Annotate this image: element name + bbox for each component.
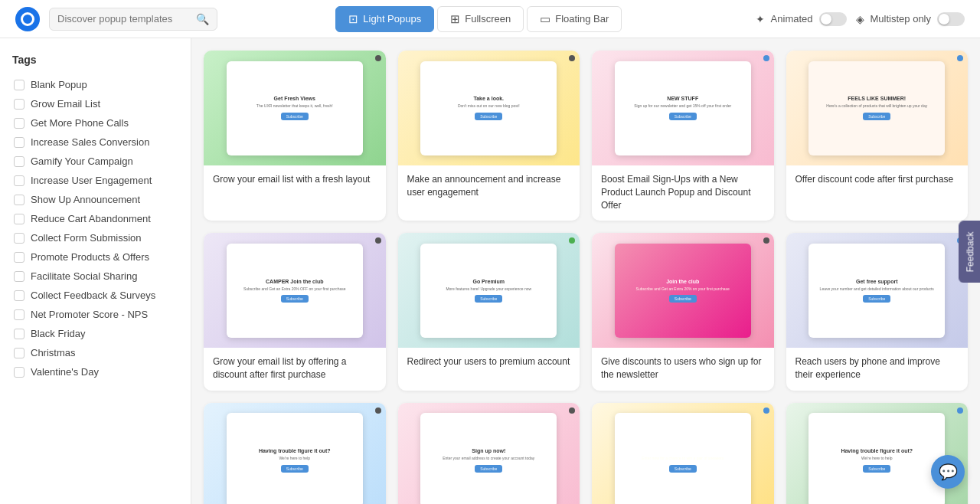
tag-item-valentines[interactable]: Valentine's Day xyxy=(12,362,178,381)
header-nav: ⊡ Light Popups ⊞ Fullscreen ▭ Floating B… xyxy=(335,6,622,32)
card-label-5: Grow your email list by offering a disco… xyxy=(204,348,386,391)
tag-checkbox-valentines[interactable] xyxy=(14,367,24,378)
card-thumbnail-9: Having trouble figure it out? We're here… xyxy=(204,403,386,504)
mock-button-7: Subscribe xyxy=(669,295,697,303)
tag-label-social-sharing: Facilitate Social Sharing xyxy=(31,270,137,282)
mock-title-1: Get Fresh Views xyxy=(274,96,315,101)
card-dot-11 xyxy=(763,407,769,414)
tag-item-form-submission[interactable]: Collect Form Submission xyxy=(12,228,178,247)
tag-label-black-friday: Black Friday xyxy=(31,328,86,339)
template-card-8[interactable]: Get free support Leave your number and g… xyxy=(786,233,969,391)
tag-item-show-up[interactable]: Show Up Announcement xyxy=(12,190,178,209)
mock-title-11: Win Sneakers Right Now! xyxy=(650,448,715,453)
card-dot-6 xyxy=(569,237,575,244)
mock-button-4: Subscribe xyxy=(863,113,890,120)
tag-label-sales-conversion: Increase Sales Conversion xyxy=(31,136,149,148)
template-card-1[interactable]: Get Fresh Views The UXR newsletter that … xyxy=(204,51,386,221)
tag-item-promote-products[interactable]: Promote Products & Offers xyxy=(12,247,178,267)
tag-item-nps[interactable]: Net Promoter Score - NPS xyxy=(12,305,178,324)
tag-item-cart-abandonment[interactable]: Reduce Cart Abandonment xyxy=(12,209,178,228)
tag-checkbox-user-engagement[interactable] xyxy=(14,175,24,186)
floating-bar-button[interactable]: ▭ Floating Bar xyxy=(527,6,622,32)
tag-label-gamify: Gamify Your Campaign xyxy=(31,155,133,167)
tag-checkbox-phone-calls[interactable] xyxy=(14,118,24,129)
template-card-12[interactable]: Having trouble figure it out? We're here… xyxy=(786,403,969,504)
header: 🔍 ⊡ Light Popups ⊞ Fullscreen ▭ Floating… xyxy=(0,0,980,38)
tag-item-sales-conversion[interactable]: Increase Sales Conversion xyxy=(12,133,178,152)
tag-checkbox-nps[interactable] xyxy=(14,309,24,320)
mock-button-6: Subscribe xyxy=(475,295,502,303)
tag-item-gamify[interactable]: Gamify Your Campaign xyxy=(12,152,178,171)
tag-label-feedback-surveys: Collect Feedback & Surveys xyxy=(31,290,155,301)
tag-checkbox-social-sharing[interactable] xyxy=(14,271,24,282)
tag-checkbox-form-submission[interactable] xyxy=(14,233,24,244)
tag-item-feedback-surveys[interactable]: Collect Feedback & Surveys xyxy=(12,286,178,305)
card-dot-5 xyxy=(375,237,381,244)
template-card-9[interactable]: Having trouble figure it out? We're here… xyxy=(204,403,386,504)
card-dot-7 xyxy=(763,237,769,244)
tag-checkbox-promote-products[interactable] xyxy=(14,252,24,263)
card-thumbnail-12: Having trouble figure it out? We're here… xyxy=(786,403,969,504)
mock-title-10: Sign up now! xyxy=(472,448,505,453)
tag-label-promote-products: Promote Products & Offers xyxy=(31,251,149,263)
tag-checkbox-blank-popup[interactable] xyxy=(14,80,24,90)
template-card-6[interactable]: Go Premium More features here! Upgrade y… xyxy=(398,233,580,391)
tag-checkbox-black-friday[interactable] xyxy=(14,329,24,339)
tag-item-christmas[interactable]: Christmas xyxy=(12,343,178,362)
mock-title-5: CAMPER Join the club xyxy=(266,279,323,284)
multistep-label: Multistep only xyxy=(871,13,931,25)
tag-item-blank-popup[interactable]: Blank Popup xyxy=(12,75,178,94)
template-card-3[interactable]: NEW STUFF Sign up for our newsletter and… xyxy=(592,51,774,221)
tag-label-christmas: Christmas xyxy=(31,347,76,358)
card-dot-3 xyxy=(763,55,769,61)
popup-preview-10: Sign up now! Enter your email address to… xyxy=(420,413,557,504)
tag-item-black-friday[interactable]: Black Friday xyxy=(12,324,178,343)
template-card-5[interactable]: CAMPER Join the club Subscribe and Get a… xyxy=(204,233,386,391)
template-card-10[interactable]: Sign up now! Enter your email address to… xyxy=(398,403,580,504)
search-icon: 🔍 xyxy=(196,13,209,25)
card-thumbnail-6: Go Premium More features here! Upgrade y… xyxy=(398,233,580,348)
card-thumbnail-8: Get free support Leave your number and g… xyxy=(786,233,969,348)
mock-title-6: Go Premium xyxy=(472,279,505,284)
search-box[interactable]: 🔍 xyxy=(49,8,217,31)
card-label-8: Reach users by phone and improve their e… xyxy=(786,348,969,391)
mock-button-1: Subscribe xyxy=(281,113,309,120)
template-card-7[interactable]: Join the club Subscribe and Get an Extra… xyxy=(592,233,774,391)
tag-checkbox-sales-conversion[interactable] xyxy=(14,137,24,148)
tag-item-social-sharing[interactable]: Facilitate Social Sharing xyxy=(12,267,178,286)
popup-preview-4: FEELS LIKE SUMMER! Here's a collection o… xyxy=(808,61,945,155)
tag-label-cart-abandonment: Reduce Cart Abandonment xyxy=(31,213,151,224)
search-input[interactable] xyxy=(57,13,193,25)
feedback-button[interactable]: Feedback xyxy=(959,221,980,283)
fullscreen-button[interactable]: ⊞ Fullscreen xyxy=(437,6,524,32)
multistep-toggle[interactable] xyxy=(937,12,965,26)
tag-checkbox-cart-abandonment[interactable] xyxy=(14,214,24,224)
animated-toggle[interactable] xyxy=(819,12,847,26)
card-thumbnail-1: Get Fresh Views The UXR newsletter that … xyxy=(204,51,386,165)
card-dot-9 xyxy=(375,407,381,414)
tag-checkbox-feedback-surveys[interactable] xyxy=(14,290,24,301)
card-label-6: Redirect your users to premium account xyxy=(398,348,580,378)
card-label-3: Boost Email Sign-Ups with a New Product … xyxy=(592,165,774,221)
mock-text-12: We're here to help xyxy=(861,456,893,461)
template-card-4[interactable]: FEELS LIKE SUMMER! Here's a collection o… xyxy=(786,51,969,221)
tag-checkbox-show-up[interactable] xyxy=(14,195,24,205)
mock-title-7: Join the club xyxy=(666,279,699,284)
tag-checkbox-grow-email[interactable] xyxy=(14,99,24,110)
popup-preview-6: Go Premium More features here! Upgrade y… xyxy=(420,244,557,338)
tag-label-form-submission: Collect Form Submission xyxy=(31,232,142,244)
tag-item-phone-calls[interactable]: Get More Phone Calls xyxy=(12,113,178,133)
template-card-2[interactable]: Take a look. Don't miss out on our new b… xyxy=(398,51,580,221)
popup-preview-2: Take a look. Don't miss out on our new b… xyxy=(420,61,557,155)
tag-checkbox-gamify[interactable] xyxy=(14,156,24,167)
mock-button-5: Subscribe xyxy=(281,295,309,303)
multistep-icon: ◈ xyxy=(856,13,864,25)
popup-preview-3: NEW STUFF Sign up for our newsletter and… xyxy=(615,61,751,155)
mock-text-9: We're here to help xyxy=(279,456,310,461)
light-popups-button[interactable]: ⊡ Light Popups xyxy=(335,6,434,32)
tag-checkbox-christmas[interactable] xyxy=(14,348,24,358)
template-card-11[interactable]: Win Sneakers Right Now! Enter now for a … xyxy=(592,403,774,504)
tag-item-grow-email[interactable]: Grow Email List xyxy=(12,94,178,113)
tag-item-user-engagement[interactable]: Increase User Engagement xyxy=(12,171,178,190)
chat-bubble-button[interactable]: 💬 xyxy=(931,455,965,489)
